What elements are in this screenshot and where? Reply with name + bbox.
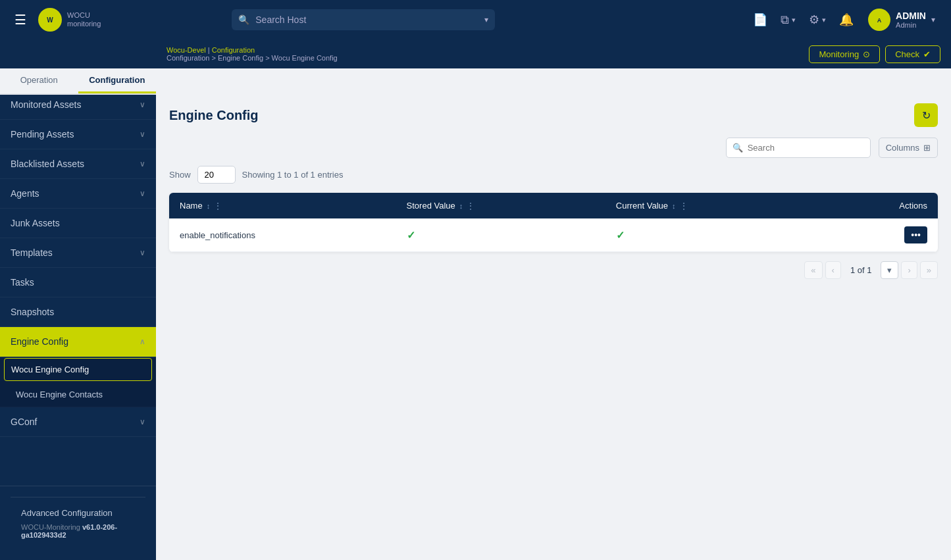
pagination: « ‹ 1 of 1 ▾ › » <box>169 261 938 279</box>
monitoring-button[interactable]: Monitoring ⊙ <box>809 45 880 63</box>
col-header-stored-value: Stored Value ↕ ⋮ <box>396 193 605 218</box>
logo-text: WOCU monitoring <box>67 11 101 28</box>
chevron-down-icon: ∨ <box>140 100 145 109</box>
sidebar-sub-item-wocu-engine-contacts[interactable]: Wocu Engine Contacts <box>0 382 156 407</box>
col-header-current-value: Current Value ↕ ⋮ <box>605 193 823 218</box>
chevron-down-icon: ∨ <box>140 130 145 139</box>
cell-actions: ••• <box>823 218 938 252</box>
chevron-down-icon: ∨ <box>140 417 145 426</box>
sidebar-item-templates[interactable]: Templates ∨ <box>0 238 156 268</box>
advanced-configuration-link[interactable]: Advanced Configuration <box>21 508 135 523</box>
breadcrumb-wocu-link[interactable]: Wocu-Devel <box>167 46 206 54</box>
col-options-icon[interactable]: ⋮ <box>680 201 688 211</box>
logo-area: W WOCU monitoring <box>38 8 101 32</box>
monitoring-icon: ⊙ <box>863 49 870 59</box>
search-box: 🔍 <box>726 138 871 158</box>
doc-icon-button[interactable]: 📄 <box>749 9 771 31</box>
tab-configuration[interactable]: Configuration <box>78 68 157 93</box>
admin-text: ADMIN Admin <box>896 11 926 29</box>
pagination-next-button[interactable]: › <box>901 261 917 279</box>
sidebar-item-snapshots[interactable]: Snapshots <box>0 297 156 327</box>
tabs-bar: Operation Configuration <box>0 68 156 95</box>
admin-area[interactable]: A ADMIN Admin ▾ <box>863 6 940 34</box>
page-title: Engine Config <box>169 108 259 123</box>
logo-icon: W <box>38 8 62 32</box>
col-header-name: Name ↕ ⋮ <box>169 193 396 218</box>
breadcrumb-config-link[interactable]: Configuration <box>212 46 255 54</box>
sidebar-item-tasks[interactable]: Tasks <box>0 268 156 297</box>
gear-icon-button[interactable]: ⚙ ▾ <box>805 9 830 31</box>
search-host-chevron-icon: ▾ <box>484 15 488 24</box>
chevron-down-icon: ∨ <box>140 189 145 198</box>
sub-header-actions: Monitoring ⊙ Check ✔ <box>809 45 951 63</box>
check-icon: ✔ <box>923 49 931 59</box>
col-options-icon[interactable]: ⋮ <box>467 201 475 211</box>
search-host-icon: 🔍 <box>238 14 249 25</box>
cell-stored-value: ✓ <box>396 218 605 252</box>
check-button[interactable]: Check ✔ <box>885 45 940 63</box>
sub-header: Wocu-Devel | Configuration Configuration… <box>0 39 951 68</box>
show-row: Show 20 50 100 Showing 1 to 1 of 1 entri… <box>169 166 938 184</box>
svg-text:W: W <box>47 16 53 24</box>
cell-name: enable_notifications <box>169 218 396 252</box>
svg-text:A: A <box>877 17 882 24</box>
nav-actions: 📄 ⧉ ▾ ⚙ ▾ 🔔 A ADMIN Admin ▾ <box>749 6 940 34</box>
col-options-icon[interactable]: ⋮ <box>214 201 222 211</box>
chevron-down-icon: ∨ <box>140 159 145 168</box>
columns-button[interactable]: Columns ⊞ <box>879 138 938 158</box>
sort-icon[interactable]: ↕ <box>207 202 211 210</box>
avatar: A <box>868 9 890 31</box>
entries-info: Showing 1 to 1 of 1 entries <box>242 170 344 180</box>
admin-chevron-icon: ▾ <box>931 15 935 24</box>
sidebar-item-gconf[interactable]: GConf ∨ <box>0 407 156 437</box>
sidebar-item-pending-assets[interactable]: Pending Assets ∨ <box>0 120 156 149</box>
sort-icon[interactable]: ↕ <box>672 202 676 210</box>
sidebar-item-junk-assets[interactable]: Junk Assets <box>0 209 156 238</box>
version-info: WOCU-Monitoring v61.0-206-ga1029433d2 <box>21 523 135 539</box>
window-icon-button[interactable]: ⧉ ▾ <box>777 9 800 31</box>
tab-operation[interactable]: Operation <box>0 68 78 93</box>
sort-icon[interactable]: ↕ <box>459 202 463 210</box>
search-icon: 🔍 <box>733 143 743 153</box>
sidebar-sub-engine-config: Wocu Engine Config Wocu Engine Contacts <box>0 358 156 407</box>
table-row: enable_notifications ✓ ✓ ••• <box>169 218 938 252</box>
sidebar: Monitored Assets ∨ Pending Assets ∨ Blac… <box>0 90 156 560</box>
sidebar-item-agents[interactable]: Agents ∨ <box>0 179 156 209</box>
show-select[interactable]: 20 50 100 <box>197 166 236 184</box>
sidebar-item-engine-config[interactable]: Engine Config ∧ <box>0 327 156 357</box>
pagination-page-info: 1 of 1 <box>844 262 879 278</box>
top-nav: ☰ W WOCU monitoring 🔍 ▾ 📄 ⧉ ▾ ⚙ ▾ 🔔 A AD… <box>0 0 951 39</box>
page-header: Engine Config ↻ <box>169 103 938 127</box>
search-input[interactable] <box>726 138 871 158</box>
pagination-first-button[interactable]: « <box>804 261 822 279</box>
pagination-prev-button[interactable]: ‹ <box>825 261 841 279</box>
row-actions-button[interactable]: ••• <box>904 226 927 243</box>
breadcrumb: Wocu-Devel | Configuration Configuration… <box>156 46 338 62</box>
pagination-dropdown-button[interactable]: ▾ <box>881 261 898 279</box>
table-controls: 🔍 Columns ⊞ <box>169 138 938 158</box>
sidebar-item-blacklisted-assets[interactable]: Blacklisted Assets ∨ <box>0 149 156 179</box>
chevron-down-icon: ∨ <box>140 248 145 257</box>
search-host-input[interactable] <box>232 9 495 30</box>
main-content: Engine Config ↻ 🔍 Columns ⊞ Show 20 50 1… <box>156 90 951 560</box>
refresh-button[interactable]: ↻ <box>914 103 938 127</box>
hamburger-button[interactable]: ☰ <box>11 8 30 32</box>
pagination-last-button[interactable]: » <box>920 261 938 279</box>
col-header-actions: Actions <box>823 193 938 218</box>
data-table: Name ↕ ⋮ Stored Value ↕ ⋮ Current Value <box>169 193 938 252</box>
bell-icon-button[interactable]: 🔔 <box>835 9 858 31</box>
sidebar-footer: Advanced Configuration WOCU-Monitoring v… <box>11 497 145 549</box>
sidebar-sub-item-wocu-engine-config[interactable]: Wocu Engine Config <box>4 358 152 381</box>
chevron-up-icon: ∧ <box>140 337 145 346</box>
cell-current-value: ✓ <box>605 218 823 252</box>
columns-icon: ⊞ <box>923 143 931 153</box>
stored-value-check-icon: ✓ <box>407 230 415 241</box>
current-value-check-icon: ✓ <box>616 230 625 241</box>
search-host-container: 🔍 ▾ <box>232 9 495 30</box>
